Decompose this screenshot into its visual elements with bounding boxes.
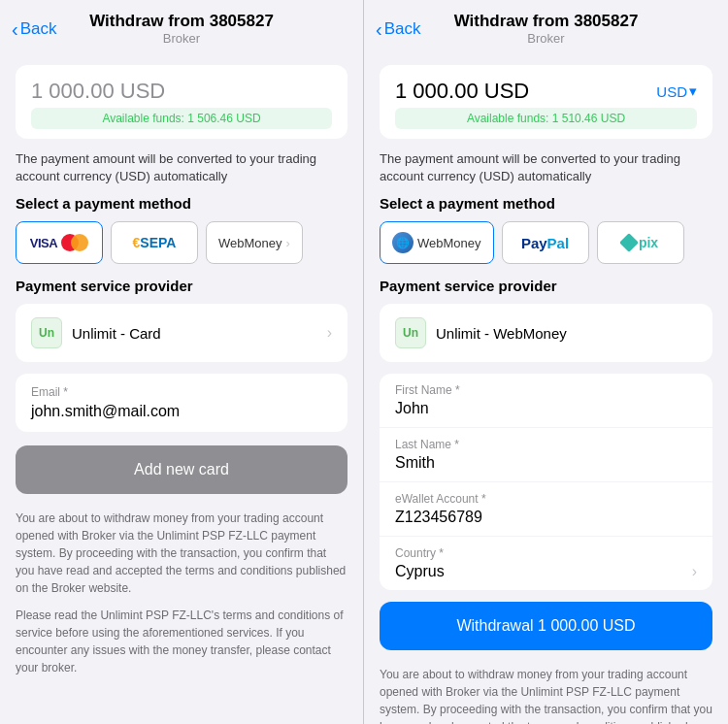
payment-methods-left: VISA €SEPA WebMoney › xyxy=(16,221,347,264)
provider-label-right: Payment service provider xyxy=(380,278,712,294)
info-text-left: The payment amount will be converted to … xyxy=(16,150,347,185)
country-value: Cyprus xyxy=(395,563,445,580)
header-title-block-right: Withdraw from 3805827 Broker xyxy=(454,12,639,46)
screen-left: ‹ Back Withdraw from 3805827 Broker 1 00… xyxy=(0,0,364,724)
withdraw-button[interactable]: Withdrawal 1 000.00 USD xyxy=(380,602,712,650)
content-left: 1 000.00 USD Available funds: 1 506.46 U… xyxy=(0,53,363,698)
screen-right: ‹ Back Withdraw from 3805827 Broker 1 00… xyxy=(364,0,728,724)
available-funds-right: Available funds: 1 510.46 USD xyxy=(395,108,697,129)
provider-label-left: Payment service provider xyxy=(16,278,347,294)
available-funds-left: Available funds: 1 506.46 USD xyxy=(31,108,332,129)
mastercard-logo xyxy=(61,234,88,251)
header-left: ‹ Back Withdraw from 3805827 Broker xyxy=(0,0,363,53)
provider-card-right: Un Unlimit - WebMoney xyxy=(380,304,712,362)
payment-method-paypal[interactable]: PayPal xyxy=(502,221,589,264)
payment-methods-right: 🌐 WebMoney PayPal pix xyxy=(380,221,712,264)
back-chevron-icon-left: ‹ xyxy=(12,19,18,39)
pix-diamond-icon xyxy=(619,233,639,252)
email-label: Email * xyxy=(31,385,332,399)
form-card: First Name * John Last Name * Smith eWal… xyxy=(380,374,712,590)
payment-method-visa[interactable]: VISA xyxy=(16,221,103,264)
back-label-left: Back xyxy=(20,19,57,39)
page-subtitle-right: Broker xyxy=(454,31,639,46)
add-card-button[interactable]: Add new card xyxy=(16,445,347,494)
amount-card-left: 1 000.00 USD Available funds: 1 506.46 U… xyxy=(16,65,347,139)
page-subtitle-left: Broker xyxy=(89,31,274,46)
header-title-block-left: Withdraw from 3805827 Broker xyxy=(89,12,274,46)
provider-icon-right: Un xyxy=(395,317,426,348)
firstname-label: First Name * xyxy=(395,383,697,397)
sepa-logo: €SEPA xyxy=(133,235,177,250)
amount-row-right: 1 000.00 USD USD ▾ xyxy=(395,79,697,104)
paypal-logo: PayPal xyxy=(521,235,569,251)
back-chevron-icon-right: ‹ xyxy=(376,19,382,39)
back-button-right[interactable]: ‹ Back xyxy=(376,19,420,39)
webmoney-ellipsis: › xyxy=(286,236,290,250)
payment-method-pix[interactable]: pix xyxy=(597,221,684,264)
currency-selector[interactable]: USD ▾ xyxy=(656,82,697,100)
country-chevron-icon: › xyxy=(692,563,697,580)
mc-orange-circle xyxy=(71,234,88,251)
form-field-lastname: Last Name * Smith xyxy=(380,428,712,482)
payment-method-webmoney[interactable]: WebMoney › xyxy=(206,221,303,264)
visa-logo: VISA xyxy=(30,236,57,250)
payment-methods-label-left: Select a payment method xyxy=(16,195,347,212)
pix-label: pix xyxy=(639,235,658,250)
email-card: Email * john.smith@mail.com xyxy=(16,374,347,432)
provider-info-right: Un Unlimit - WebMoney xyxy=(395,317,567,348)
payment-methods-label-right: Select a payment method xyxy=(380,195,712,212)
page-title-left: Withdraw from 3805827 xyxy=(89,12,274,31)
amount-card-right: 1 000.00 USD USD ▾ Available funds: 1 51… xyxy=(380,65,712,139)
provider-card-left[interactable]: Un Unlimit - Card › xyxy=(16,304,347,362)
back-button-left[interactable]: ‹ Back xyxy=(12,19,56,39)
currency-label: USD xyxy=(656,83,687,100)
provider-name-left: Unlimit - Card xyxy=(72,325,161,342)
country-field-row: Cyprus › xyxy=(395,563,697,580)
info-text-right: The payment amount will be converted to … xyxy=(380,150,712,185)
content-right: 1 000.00 USD USD ▾ Available funds: 1 51… xyxy=(364,53,728,724)
webmoney-label-right: WebMoney xyxy=(417,236,481,250)
amount-value-left: 1 000.00 USD xyxy=(31,79,165,104)
firstname-value[interactable]: John xyxy=(395,400,697,417)
disclaimer-text-right: You are about to withdraw money from you… xyxy=(380,666,712,724)
country-label: Country * xyxy=(395,546,697,560)
page-title-right: Withdraw from 3805827 xyxy=(454,12,639,31)
amount-value-right[interactable]: 1 000.00 USD xyxy=(395,79,529,104)
provider-info-left: Un Unlimit - Card xyxy=(31,317,161,348)
provider-name-right: Unlimit - WebMoney xyxy=(436,325,567,342)
ewallet-value[interactable]: Z123456789 xyxy=(395,509,697,526)
currency-chevron-icon: ▾ xyxy=(689,82,697,100)
pix-logo: pix xyxy=(622,235,658,250)
form-field-ewallet: eWallet Account * Z123456789 xyxy=(380,482,712,537)
webmoney-label: WebMoney xyxy=(218,236,282,250)
lastname-value[interactable]: Smith xyxy=(395,454,697,472)
disclaimer-text-2: Please read the Unlimint PSP FZ-LLC's te… xyxy=(16,607,347,676)
email-value[interactable]: john.smith@mail.com xyxy=(31,403,332,420)
payment-method-webmoney-right[interactable]: 🌐 WebMoney xyxy=(380,221,494,264)
form-field-firstname: First Name * John xyxy=(380,374,712,428)
amount-row-left: 1 000.00 USD xyxy=(31,79,332,104)
provider-chevron-left: › xyxy=(327,324,332,342)
webmoney-logo: WebMoney › xyxy=(218,236,290,250)
webmoney-globe-icon: 🌐 xyxy=(392,232,414,253)
form-field-country[interactable]: Country * Cyprus › xyxy=(380,537,712,590)
disclaimer-text-1: You are about to withdraw money from you… xyxy=(16,510,347,597)
ewallet-label: eWallet Account * xyxy=(395,492,697,506)
back-label-right: Back xyxy=(384,19,421,39)
header-right: ‹ Back Withdraw from 3805827 Broker xyxy=(364,0,728,53)
webmoney-btn-selected: 🌐 WebMoney xyxy=(392,232,481,253)
lastname-label: Last Name * xyxy=(395,438,697,451)
payment-method-sepa[interactable]: €SEPA xyxy=(111,221,198,264)
provider-icon-left: Un xyxy=(31,317,62,348)
